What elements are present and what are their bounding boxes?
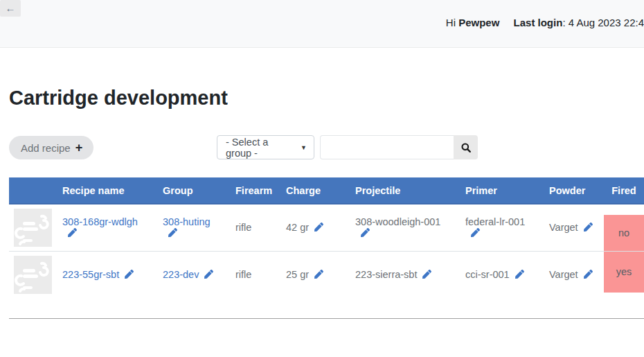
recipe-name-link[interactable]: 223-55gr-sbt	[62, 269, 119, 280]
firearm-value: rifle	[235, 222, 251, 233]
toolbar: Add recipe+ - Select a group - ▼	[0, 135, 644, 159]
col-header-firearm: Firearm	[227, 177, 278, 204]
edit-group-icon[interactable]	[204, 270, 213, 279]
firearm-value: rifle	[235, 269, 251, 280]
primer-value: federal-lr-001	[465, 216, 525, 227]
greeting-text: Hi	[446, 17, 456, 28]
edit-charge-icon[interactable]	[314, 223, 323, 232]
edit-primer-icon[interactable]	[515, 270, 524, 279]
col-header-recipe-name: Recipe name	[54, 177, 154, 204]
table-row: 223-55gr-sbt 223-dev rifle 25 gr 223-sie…	[9, 251, 644, 298]
last-login-separator: :	[562, 17, 568, 28]
edit-primer-icon[interactable]	[471, 228, 480, 237]
edit-powder-icon[interactable]	[584, 223, 593, 232]
recipe-thumbnail-placeholder	[14, 209, 52, 247]
plus-icon: +	[75, 141, 83, 154]
arrow-left-icon: ←	[6, 2, 16, 14]
recipes-table: Recipe name Group Firearm Charge Project…	[9, 177, 644, 298]
group-link[interactable]: 223-dev	[163, 269, 199, 280]
charge-value: 25 gr	[286, 269, 309, 280]
group-link[interactable]: 308-huting	[163, 216, 211, 227]
page-title: Cartridge development	[9, 86, 644, 110]
col-header-powder: Powder	[541, 177, 604, 204]
recipe-name-link[interactable]: 308-168gr-wdlgh	[62, 216, 138, 227]
user-info: Hi Pewpew Last login: 4 Aug 2023 22:4	[446, 17, 644, 28]
recipe-thumbnail-placeholder	[14, 256, 52, 294]
powder-value: Varget	[549, 222, 578, 233]
fired-status-badge: yes	[604, 252, 644, 293]
search-button[interactable]	[454, 135, 478, 159]
edit-powder-icon[interactable]	[584, 270, 593, 279]
divider	[9, 318, 644, 319]
col-header-primer: Primer	[457, 177, 541, 204]
edit-projectile-icon[interactable]	[361, 228, 370, 237]
powder-value: Varget	[549, 269, 578, 280]
username: Pewpew	[458, 17, 499, 28]
fired-status-badge: no	[604, 215, 644, 251]
edit-recipe-name-icon[interactable]	[125, 270, 134, 279]
table-header-row: Recipe name Group Firearm Charge Project…	[9, 177, 644, 204]
table-row: 308-168gr-wdlgh 308-huting rifle 42 gr 3…	[9, 204, 644, 251]
group-select-value: - Select a group -	[226, 137, 295, 159]
edit-projectile-icon[interactable]	[422, 270, 431, 279]
col-header-projectile: Projectile	[347, 177, 457, 204]
add-recipe-button[interactable]: Add recipe+	[9, 136, 93, 159]
search-icon	[460, 142, 472, 153]
charge-value: 42 gr	[286, 222, 309, 233]
back-button[interactable]: ←	[0, 0, 21, 17]
edit-charge-icon[interactable]	[314, 270, 323, 279]
projectile-value: 223-sierra-sbt	[355, 269, 417, 280]
last-login-label: Last login	[514, 17, 563, 28]
group-select[interactable]: - Select a group - ▼	[217, 135, 314, 159]
topbar: ← Hi Pewpew Last login: 4 Aug 2023 22:4	[0, 0, 644, 48]
add-recipe-label: Add recipe	[21, 142, 71, 154]
col-header-charge: Charge	[278, 177, 347, 204]
search-input[interactable]	[320, 135, 454, 159]
last-login-value: 4 Aug 2023 22:4	[569, 17, 644, 28]
col-header-fired: Fired	[604, 177, 644, 204]
col-header-group: Group	[154, 177, 227, 204]
chevron-down-icon: ▼	[295, 144, 307, 151]
edit-recipe-name-icon[interactable]	[68, 228, 77, 237]
primer-value: cci-sr-001	[465, 269, 510, 280]
col-header-thumb	[9, 177, 54, 204]
projectile-value: 308-woodleigh-001	[355, 216, 440, 227]
edit-group-icon[interactable]	[168, 228, 177, 237]
